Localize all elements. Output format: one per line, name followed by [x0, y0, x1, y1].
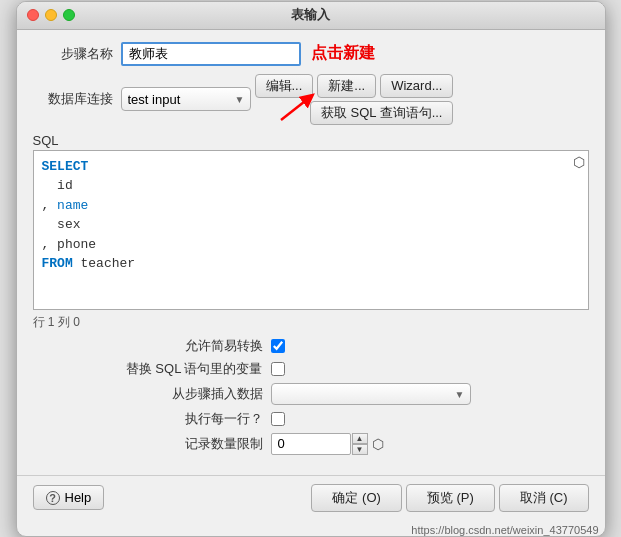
ok-button[interactable]: 确定 (O): [311, 484, 401, 512]
db-conn-label: 数据库连接: [33, 90, 113, 108]
svg-line-0: [281, 98, 309, 120]
help-icon: ?: [46, 491, 60, 505]
main-window: 表输入 步骤名称 点击新建 数据库连接 test input ▼ 编辑... 新…: [16, 1, 606, 537]
sql-editor[interactable]: SELECT id , name sex , phone FROM teache…: [33, 150, 589, 310]
exec-each-row-checkbox[interactable]: [271, 412, 285, 426]
step-name-input[interactable]: [121, 42, 301, 66]
record-limit-stepper: ▲ ▼: [271, 433, 368, 455]
content-area: 步骤名称 点击新建 数据库连接 test input ▼ 编辑... 新建...: [17, 30, 605, 467]
allow-convert-row: 允许简易转换: [33, 337, 589, 355]
insert-step-select-wrapper: ▼: [271, 383, 471, 405]
stepper-up-button[interactable]: ▲: [352, 433, 368, 444]
watermark: https://blog.csdn.net/weixin_43770549: [17, 522, 605, 536]
help-button[interactable]: ? Help: [33, 485, 105, 510]
allow-convert-checkbox[interactable]: [271, 339, 285, 353]
sql-field-sex: sex: [42, 217, 81, 232]
sql-field-name: , name: [42, 198, 89, 213]
top-btn-row-1: 编辑... 新建... Wizard.: [255, 74, 454, 98]
insert-step-select[interactable]: [271, 383, 471, 405]
row-col-info: 行 1 列 0: [33, 314, 589, 331]
top-button-area: 编辑... 新建... Wizard.: [255, 74, 454, 125]
db-conn-select[interactable]: test input: [121, 87, 251, 111]
sql-section: SQL SELECT id , name sex , phone FROM te…: [33, 133, 589, 310]
sql-label: SQL: [33, 133, 589, 148]
record-limit-input[interactable]: [271, 433, 351, 455]
db-conn-row: 数据库连接 test input ▼ 编辑... 新建...: [33, 74, 589, 125]
sql-keyword-select: SELECT: [42, 159, 89, 174]
new-button[interactable]: 新建...: [317, 74, 376, 98]
step-name-label: 步骤名称: [33, 45, 113, 63]
exec-each-row-label: 执行每一行？: [33, 410, 263, 428]
maximize-button[interactable]: [63, 9, 75, 21]
sql-keyword-from: FROM: [42, 256, 73, 271]
window-title: 表输入: [291, 6, 330, 24]
wizard-button[interactable]: Wizard...: [380, 74, 453, 98]
preview-button[interactable]: 预览 (P): [406, 484, 495, 512]
options-section: 允许简易转换 替换 SQL 语句里的变量 从步骤插入数据 ▼ 执行每一行？: [33, 337, 589, 455]
db-conn-select-wrapper: test input ▼: [121, 87, 251, 111]
replace-var-row: 替换 SQL 语句里的变量: [33, 360, 589, 378]
allow-convert-label: 允许简易转换: [33, 337, 263, 355]
record-limit-row: 记录数量限制 ▲ ▼ ⬡: [33, 433, 589, 455]
title-bar: 表输入: [17, 2, 605, 30]
sql-table-teacher: teacher: [73, 256, 135, 271]
step-name-row: 步骤名称 点击新建: [33, 42, 589, 66]
exec-each-row: 执行每一行？: [33, 410, 589, 428]
replace-var-label: 替换 SQL 语句里的变量: [33, 360, 263, 378]
traffic-lights: [27, 9, 75, 21]
help-label: Help: [65, 490, 92, 505]
record-limit-icon: ⬡: [372, 436, 384, 452]
insert-step-label: 从步骤插入数据: [33, 385, 263, 403]
record-limit-label: 记录数量限制: [33, 435, 263, 453]
red-arrow-icon: [279, 92, 323, 122]
new-button-wrapper: 新建...: [317, 74, 376, 98]
sql-field-id: id: [42, 178, 73, 193]
annotation-text: 点击新建: [311, 43, 375, 64]
cancel-button[interactable]: 取消 (C): [499, 484, 589, 512]
sql-field-phone: , phone: [42, 237, 97, 252]
footer: ? Help 确定 (O) 预览 (P) 取消 (C): [17, 475, 605, 522]
close-button[interactable]: [27, 9, 39, 21]
sql-scroll-icon: ⬡: [573, 154, 585, 170]
replace-var-checkbox[interactable]: [271, 362, 285, 376]
sql-wrapper: SELECT id , name sex , phone FROM teache…: [33, 150, 589, 310]
insert-step-row: 从步骤插入数据 ▼: [33, 383, 589, 405]
stepper-down-button[interactable]: ▼: [352, 444, 368, 455]
stepper-buttons: ▲ ▼: [352, 433, 368, 455]
get-sql-button[interactable]: 获取 SQL 查询语句...: [310, 101, 454, 125]
minimize-button[interactable]: [45, 9, 57, 21]
